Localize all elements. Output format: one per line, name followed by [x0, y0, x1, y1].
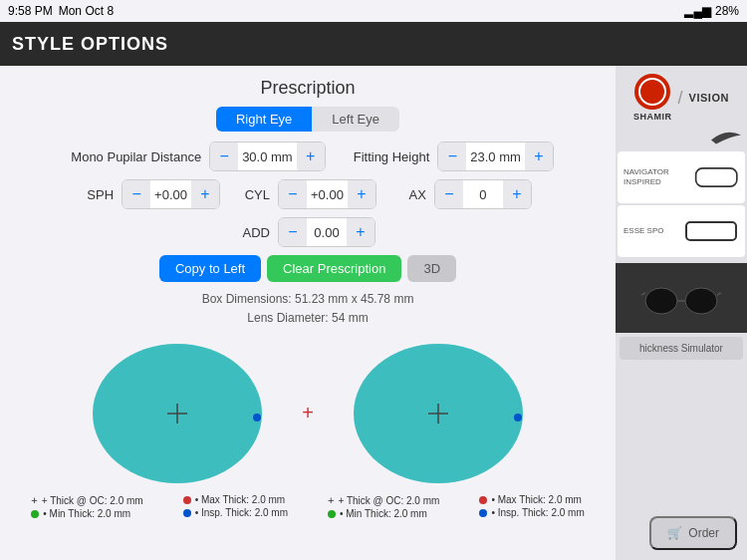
copy-to-left-button[interactable]: Copy to Left: [159, 255, 261, 282]
nike-row: [616, 130, 747, 149]
left-max-thick: • Max Thick: 2.0 mm: [183, 494, 288, 505]
mono-pd-value: 30.0 mm: [238, 149, 297, 164]
nav-title: STYLE OPTIONS: [12, 34, 168, 55]
sph-decrement[interactable]: −: [123, 180, 150, 208]
mono-pd-row: Mono Pupilar Distance − 30.0 mm + Fittin…: [16, 141, 600, 171]
right-legend-2: • Max Thick: 2.0 mm • Insp. Thick: 2.0 m…: [479, 494, 584, 519]
mono-pd-stepper: − 30.0 mm +: [209, 141, 326, 171]
eye-toggle: Right Eye Left Eye: [16, 107, 600, 132]
3d-button[interactable]: 3D: [407, 255, 456, 282]
svg-line-14: [717, 293, 721, 295]
add-increment[interactable]: +: [347, 218, 374, 246]
shamir-circle-inner: [638, 78, 666, 106]
red-dot-right: [479, 496, 487, 504]
shamir-circle: [634, 74, 670, 110]
fitting-height-label: Fitting Height: [354, 149, 430, 164]
left-legend: + + Thick @ OC: 2.0 mm • Min Thick: 2.0 …: [31, 494, 142, 519]
list-item[interactable]: NAVIGATOR INSPIRED: [618, 151, 745, 203]
shamir-text: SHAMIR: [633, 112, 672, 122]
status-right: ▂▄▆ 28%: [684, 4, 739, 18]
glasses-shape-2: [684, 216, 739, 246]
red-dot-left: [183, 496, 191, 504]
left-legend-2: • Max Thick: 2.0 mm • Insp. Thick: 2.0 m…: [183, 494, 288, 519]
nike-swoosh-icon: [711, 130, 741, 145]
clear-prescription-button[interactable]: Clear Prescription: [267, 255, 401, 282]
add-value: 0.00: [307, 225, 347, 240]
list-item[interactable]: ESSE SPO: [618, 205, 745, 257]
cyl-increment[interactable]: +: [348, 180, 375, 208]
box-dims-text: Box Dimensions: 51.23 mm x 45.78 mm: [16, 290, 600, 309]
glasses-list: NAVIGATOR INSPIRED ESSE SPO: [616, 149, 747, 259]
legend-row: + + Thick @ OC: 2.0 mm • Min Thick: 2.0 …: [16, 494, 600, 519]
fitting-height-decrement[interactable]: −: [438, 142, 466, 170]
right-lens-svg: [344, 336, 533, 490]
order-btn-container: 🛒 Order: [616, 506, 747, 560]
blue-dot-right: [479, 509, 487, 517]
right-thick-oc: + + Thick @ OC: 2.0 mm: [328, 494, 439, 506]
between-plus: +: [302, 402, 314, 424]
ax-increment[interactable]: +: [503, 180, 531, 208]
box-dimensions: Box Dimensions: 51.23 mm x 45.78 mm Lens…: [16, 290, 600, 328]
ax-label: AX: [396, 187, 426, 202]
cart-icon: 🛒: [667, 526, 682, 540]
cyl-label: CYL: [240, 187, 270, 202]
svg-point-11: [685, 288, 717, 314]
glasses-label-1: NAVIGATOR INSPIRED: [623, 167, 694, 188]
left-lens-svg: [83, 336, 272, 490]
cyl-stepper: − +0.00 +: [278, 179, 376, 209]
right-max-thick: • Max Thick: 2.0 mm: [479, 494, 584, 505]
sph-label: SPH: [84, 187, 114, 202]
thickness-btn-label: hickness Simulator: [639, 343, 723, 354]
add-decrement[interactable]: −: [279, 218, 307, 246]
mono-pd-increment[interactable]: +: [297, 142, 325, 170]
status-bar: 9:58 PM Mon Oct 8 ▂▄▆ 28%: [0, 0, 747, 22]
battery-icon: 28%: [715, 4, 739, 18]
prescription-title: Prescription: [16, 78, 600, 99]
svg-point-10: [645, 288, 677, 314]
sph-increment[interactable]: +: [191, 180, 219, 208]
green-dot-right: [328, 510, 336, 518]
right-legend: + + Thick @ OC: 2.0 mm • Min Thick: 2.0 …: [328, 494, 439, 519]
left-insp-thick: • Insp. Thick: 2.0 mm: [183, 507, 288, 518]
left-lens-container: [83, 336, 272, 490]
right-lens-container: [344, 336, 533, 490]
fitting-height-increment[interactable]: +: [525, 142, 553, 170]
fitting-height-stepper: − 23.0 mm +: [437, 141, 554, 171]
left-min-thick: • Min Thick: 2.0 mm: [31, 508, 142, 519]
mono-pd-label: Mono Pupilar Distance: [62, 149, 201, 164]
lens-area: +: [16, 336, 600, 490]
right-panel: SHAMIR / VISION NAVIGATOR INSPIRED ESSE …: [616, 66, 747, 560]
glasses-shape-1: [694, 162, 739, 192]
right-min-thick: • Min Thick: 2.0 mm: [328, 508, 439, 519]
right-eye-button[interactable]: Right Eye: [216, 107, 312, 132]
thickness-simulator-button[interactable]: hickness Simulator: [620, 337, 743, 360]
svg-line-13: [641, 293, 645, 295]
status-left: 9:58 PM Mon Oct 8: [8, 4, 114, 18]
svg-point-3: [253, 414, 261, 421]
add-stepper: − 0.00 +: [278, 217, 375, 247]
lens-diameter-text: Lens Diameter: 54 mm: [16, 309, 600, 328]
status-time: 9:58 PM: [8, 4, 53, 18]
ax-value: 0: [463, 187, 503, 202]
sph-value: +0.00: [150, 187, 191, 202]
sph-cyl-ax-row: SPH − +0.00 + CYL − +0.00 + AX − 0 +: [16, 179, 600, 209]
add-label: ADD: [240, 225, 270, 240]
right-insp-thick: • Insp. Thick: 2.0 mm: [479, 507, 584, 518]
wifi-icon: ▂▄▆: [684, 4, 711, 18]
ax-decrement[interactable]: −: [435, 180, 463, 208]
left-eye-button[interactable]: Left Eye: [312, 107, 399, 132]
svg-point-7: [514, 414, 522, 421]
add-row: ADD − 0.00 +: [16, 217, 600, 247]
cyl-decrement[interactable]: −: [279, 180, 307, 208]
svg-rect-8: [695, 168, 736, 186]
action-buttons: Copy to Left Clear Prescription 3D: [16, 255, 600, 282]
shamir-logo: SHAMIR: [633, 74, 672, 122]
svg-rect-9: [686, 222, 736, 240]
fitting-height-group: Fitting Height − 23.0 mm +: [354, 141, 554, 171]
glasses-preview-svg: [641, 273, 721, 323]
blue-dot-left: [183, 509, 191, 517]
order-button[interactable]: 🛒 Order: [649, 516, 737, 550]
left-panel: Prescription Right Eye Left Eye Mono Pup…: [0, 66, 616, 560]
mono-pd-decrement[interactable]: −: [210, 142, 238, 170]
sph-stepper: − +0.00 +: [122, 179, 220, 209]
